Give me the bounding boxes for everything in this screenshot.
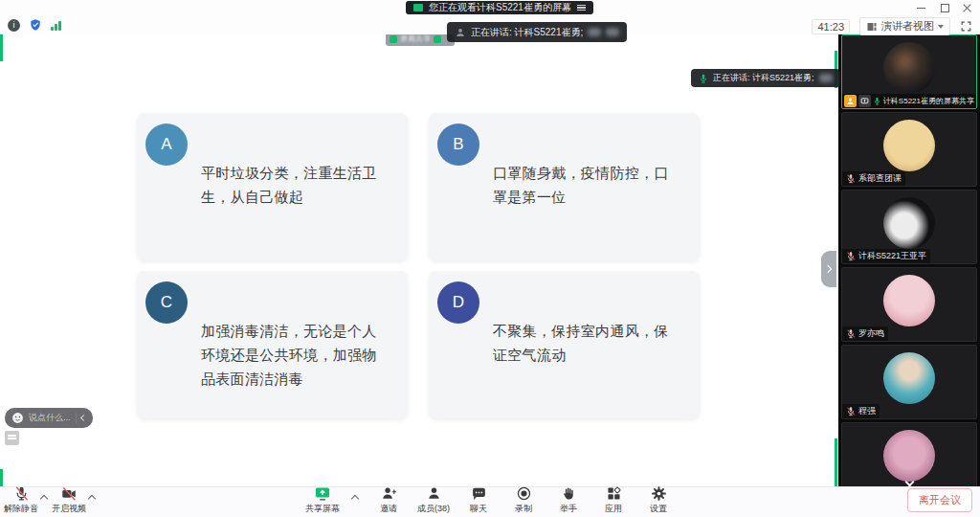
divider	[76, 413, 77, 423]
slide-card-b: B 口罩随身戴，疫情防控，口罩是第一位	[429, 113, 700, 260]
unmute-button[interactable]: 解除静音	[4, 485, 38, 515]
participant-tile[interactable]: 程强	[841, 345, 977, 419]
chat-placeholder: 说点什么...	[29, 412, 71, 424]
close-icon[interactable]	[963, 3, 972, 12]
chat-label: 聊天	[470, 503, 487, 515]
participant-label: 系部查团课	[842, 171, 905, 186]
chat-quick-input[interactable]: 说点什么...	[5, 408, 93, 428]
shared-screen-area: A 平时垃圾分类，注重生活卫生，从自己做起 B 口罩随身戴，疫情防控，口罩是第一…	[0, 34, 838, 486]
chevron-right-icon	[824, 265, 832, 273]
members-label: 成员(38)	[417, 503, 450, 515]
chat-button[interactable]: 聊天	[462, 485, 495, 515]
mic-muted-icon	[846, 251, 856, 261]
mic-muted-icon	[846, 173, 856, 184]
redacted-blob	[588, 28, 601, 36]
avatar	[883, 275, 935, 326]
apps-button[interactable]: 应用	[597, 485, 630, 515]
participant-tile[interactable]: 系部查团课	[841, 112, 977, 187]
video-options-chevron[interactable]	[88, 495, 96, 503]
header-right: 41:23 演讲者视图	[812, 17, 972, 35]
watching-banner-text: 您正在观看计科S5221崔勇的屏幕	[429, 1, 571, 14]
card-b-text: 口罩随身戴，疫情防控，口罩是第一位	[493, 161, 675, 209]
avatar	[883, 120, 935, 171]
raise-hand-button[interactable]: 举手	[552, 485, 585, 515]
participant-label: 程强	[842, 404, 880, 418]
sidebar-collapse-handle[interactable]	[821, 251, 836, 287]
share-options-chevron[interactable]	[351, 495, 359, 503]
members-button[interactable]: 成员(38)	[417, 485, 450, 515]
speaker-avatar-icon	[455, 27, 466, 38]
fullscreen-icon[interactable]	[960, 20, 972, 33]
share-screen-button[interactable]: 共享屏幕	[305, 485, 340, 515]
start-video-button[interactable]: 开启视频	[52, 485, 86, 515]
apps-grid-icon	[606, 485, 622, 502]
share-banner-text: 屏幕共享	[400, 34, 431, 44]
invite-label: 邀请	[380, 503, 397, 515]
invite-person-icon	[380, 485, 396, 502]
redacted-blob	[819, 74, 833, 82]
start-video-label: 开启视频	[52, 503, 86, 515]
redacted-blob	[606, 28, 619, 36]
speaking-banner-text: 正在讲话: 计科S5221崔勇;	[471, 26, 583, 39]
slide-card-c: C 加强消毒清洁，无论是个人环境还是公共环境，加强物品表面清洁消毒	[137, 271, 408, 418]
share-screen-icon	[313, 485, 332, 502]
speaking-banner-floating: 正在讲话: 计科S5221崔勇;	[691, 69, 840, 87]
chat-bubble-icon	[471, 485, 487, 502]
speaking-banner-text: 正在讲话: 计科S5221崔勇;	[713, 72, 814, 84]
record-icon	[516, 485, 532, 502]
minimize-icon[interactable]	[917, 3, 926, 12]
gear-icon	[651, 485, 667, 502]
mic-options-chevron[interactable]	[40, 495, 48, 503]
card-b-letter-badge: B	[437, 124, 479, 166]
share-banner-icon	[434, 35, 441, 43]
collapsed-tool-button[interactable]	[5, 431, 19, 445]
slide-card-d: D 不聚集，保持室内通风，保证空气流动	[429, 271, 700, 418]
toolbar-left-group: 解除静音 开启视频	[4, 485, 97, 515]
leave-meeting-button[interactable]: 离开会议	[907, 488, 972, 512]
screen-share-badge-icon	[858, 95, 871, 107]
network-signal-icon[interactable]	[51, 20, 61, 31]
host-badge-icon	[844, 95, 857, 107]
chevron-down-icon[interactable]	[902, 479, 917, 486]
menu-icon[interactable]	[577, 5, 586, 11]
participant-name: 计科S5221王亚平	[858, 250, 926, 262]
avatar	[883, 197, 935, 249]
participant-name: 系部查团课	[858, 172, 902, 185]
participant-tile-sharer[interactable]: 计科S5221崔勇的屏幕共享	[841, 34, 977, 109]
layout-icon	[866, 21, 878, 33]
security-shield-icon[interactable]	[29, 18, 42, 32]
unmute-label: 解除静音	[4, 503, 38, 515]
meeting-timer: 41:23	[812, 19, 850, 34]
card-a-letter-badge: A	[145, 124, 188, 166]
card-c-letter-badge: C	[145, 281, 188, 324]
card-c-text: 加强消毒清洁，无论是个人环境还是公共环境，加强物品表面清洁消毒	[201, 319, 383, 391]
screen-share-icon	[413, 4, 423, 11]
card-d-letter-badge: D	[437, 281, 479, 324]
participant-name: 计科S5221崔勇的屏幕共享	[883, 96, 974, 106]
window-controls	[917, 3, 972, 12]
settings-button[interactable]: 设置	[642, 485, 675, 515]
avatar	[883, 430, 935, 482]
chevron-left-icon	[79, 415, 86, 421]
smiley-icon	[11, 412, 24, 424]
members-icon	[425, 485, 441, 502]
mic-muted-icon	[846, 328, 856, 339]
share-banner-icon	[390, 35, 397, 43]
participant-label: 计科S5221崔勇的屏幕共享	[842, 94, 976, 108]
toolbar-center-group: 共享屏幕 邀请	[305, 485, 675, 515]
participant-tile[interactable]: 计科S5221王亚平	[841, 190, 977, 264]
mic-on-icon	[699, 74, 708, 83]
titlebar: 您正在观看计科S5221崔勇的屏幕	[0, 0, 980, 15]
record-button[interactable]: 录制	[507, 485, 540, 515]
maximize-icon[interactable]	[940, 3, 949, 12]
header-status-icons: i	[8, 18, 61, 32]
info-icon[interactable]: i	[8, 19, 20, 32]
participant-tile[interactable]	[841, 422, 977, 486]
share-border-segment	[835, 438, 837, 486]
participant-tile[interactable]: 罗亦鸣	[841, 267, 977, 342]
bottom-toolbar: 解除静音 开启视频	[0, 486, 980, 517]
mic-muted-icon	[846, 406, 856, 416]
view-mode-button[interactable]: 演讲者视图	[859, 17, 950, 35]
participants-sidebar: 计科S5221崔勇的屏幕共享 系部查团课	[838, 34, 980, 486]
invite-button[interactable]: 邀请	[372, 485, 405, 515]
